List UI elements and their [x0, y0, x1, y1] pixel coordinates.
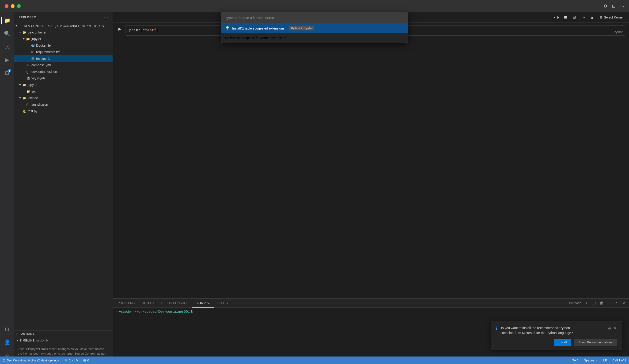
sidebar-more-icon[interactable]: ⋯ — [104, 15, 108, 20]
tab-problems[interactable]: PROBLEMS — [115, 299, 138, 308]
more-actions-button[interactable]: ⋯ — [580, 14, 587, 21]
dockerfile-icon: 🐳 — [31, 44, 36, 47]
tree-item-root[interactable]: ▼ DEV-CONTAINER001 [DEV CONTAINER: ALPIN… — [14, 22, 113, 29]
statusbar-remote[interactable]: ⊡ 0 — [80, 357, 92, 364]
toast-close-button[interactable]: ✕ — [613, 326, 617, 331]
activity-search[interactable]: 🔍 — [1, 28, 13, 40]
toast-settings-button[interactable]: ⚙ — [608, 326, 612, 331]
statusbar-cell[interactable]: Cell 1 of 1 — [610, 357, 629, 364]
tree-item-vscode[interactable]: ▼ 📂 vscode — [14, 95, 113, 101]
install-button[interactable]: Install — [554, 339, 572, 346]
clear-outputs-button[interactable]: ⊟ — [571, 14, 578, 21]
term-workspace: /workspaces/Dev-container001 — [135, 310, 190, 314]
tree-item-jupyter2[interactable]: ▼ 📂 jupyter — [14, 82, 113, 88]
select-kernel-button[interactable]: ▤ Select Kernel — [598, 14, 625, 20]
activity-account[interactable]: 👤 — [1, 336, 13, 349]
source-control-icon: ⎇ — [4, 44, 10, 50]
titlebar-actions: ⚙ ⊟ ⋯ — [604, 3, 624, 9]
maximize-dot[interactable] — [17, 4, 21, 8]
layout-icon[interactable]: ⊟ — [612, 3, 616, 9]
extensions-badge: 1 — [7, 69, 11, 73]
error-icon: ✕ — [65, 359, 67, 362]
tab-ports-label: PORTS — [217, 301, 228, 305]
ta-label: TA 0 — [573, 359, 579, 362]
statusbar-ta[interactable]: TA 0 — [570, 357, 581, 364]
kernel-item-install-badge: Python + Jupyter — [289, 26, 314, 30]
tree-label-yyy-ipynb: yyy.ipynb — [31, 76, 45, 80]
delete-cell-button[interactable]: 🗑 — [589, 14, 596, 21]
code-paren-close: ) — [156, 28, 158, 33]
tab-output[interactable]: OUTPUT — [138, 299, 157, 308]
select-kernel-modal: 💡 Install/Enable suggested extensions Py… — [221, 12, 408, 43]
terminal-actions: ⌨ bash + ⊟ 🗑 ⋯ ∧ ✕ — [569, 300, 627, 306]
outline-header[interactable]: › OUTLINE — [14, 331, 113, 337]
statusbar-dev-container[interactable]: ⊡ Dev Container: Alpine @ desktop-linux — [0, 357, 62, 364]
timeline-filename: test.ipynb — [36, 339, 48, 342]
activity-source-control[interactable]: ⎇ — [1, 41, 13, 53]
terminal-split-button[interactable]: ⊟ — [591, 300, 597, 306]
toast-text: Do you want to install the recommended '… — [499, 326, 605, 335]
tree-item-jupyter[interactable]: ▼ 📂 jupyter — [14, 36, 113, 42]
close-dot[interactable] — [5, 4, 8, 8]
activity-bar: 📁 🔍 ⎇ ▶ ⊞ 1 ⊡ 👤 ⚙ — [0, 12, 14, 364]
tree-item-devcontainer[interactable]: ▼ 📂 devcontainer — [14, 29, 113, 36]
tree-item-src[interactable]: › 📁 src — [14, 88, 113, 95]
kernel-search-input[interactable] — [221, 12, 408, 23]
more-actions-icon[interactable]: ⋯ — [620, 3, 624, 9]
tab-terminal[interactable]: TERMINAL — [192, 299, 214, 308]
tree-item-devcontainer-json[interactable]: {} devcontainer.json — [14, 68, 113, 75]
chevron-icon: ▼ — [19, 83, 22, 86]
chevron-icon: ▼ — [19, 31, 22, 34]
tab-ports[interactable]: PORTS — [214, 299, 231, 308]
toast-text-line2: extension from Microsoft for the Python … — [499, 331, 573, 335]
outline-chevron-icon: › — [16, 332, 20, 335]
minimize-dot[interactable] — [11, 4, 14, 8]
timeline-label: TIMELINE — [20, 339, 35, 342]
show-recommendations-button[interactable]: Show Recommendations — [574, 339, 617, 346]
settings-icon[interactable]: ⚙ — [604, 3, 607, 9]
tree-item-requirements[interactable]: ≡ requirements.txt — [14, 49, 113, 55]
activity-run-debug[interactable]: ▶ — [1, 54, 13, 66]
interrupt-button[interactable]: ⏹ — [562, 14, 569, 21]
statusbar-errors[interactable]: ✕ 0 ⚠ 0 — [62, 357, 80, 364]
tree-label-test-py: test.py — [28, 109, 37, 113]
json-icon: {} — [26, 103, 31, 106]
statusbar-spaces[interactable]: Spaces: 4 — [581, 357, 600, 364]
statusbar-right: TA 0 Spaces: 4 LF Cell 1 of 1 — [570, 357, 629, 364]
activity-bottom: ⊡ 👤 ⚙ — [1, 323, 13, 362]
run-all-button[interactable]: ⏵⏵ — [553, 14, 560, 21]
terminal-trash-button[interactable]: 🗑 — [599, 300, 605, 306]
tree-item-compose[interactable]: ⚙ compose.yml — [14, 62, 113, 68]
tree-item-test-py[interactable]: 🐍 test.py — [14, 108, 113, 114]
chevron-icon: ▼ — [19, 96, 22, 99]
activity-remote-explorer[interactable]: ⊡ — [1, 323, 13, 335]
cell-run-button[interactable]: ▶ — [116, 25, 123, 32]
activity-explorer[interactable]: 📁 — [1, 14, 13, 27]
tree-item-dockerfile[interactable]: 🐳 Dockerfile — [14, 42, 113, 49]
folder-icon: 📂 — [22, 96, 28, 100]
tab-debug-console[interactable]: DEBUG CONSOLE — [158, 299, 191, 308]
tree-label-vscode: vscode — [28, 96, 38, 100]
tree-label-jupyter: jupyter — [31, 37, 41, 41]
tree-item-test-ipynb[interactable]: 📓 test.ipynb — [14, 55, 113, 62]
terminal-close-button[interactable]: ✕ — [621, 300, 627, 306]
terminal-up-button[interactable]: ∧ — [614, 300, 620, 306]
statusbar-lf[interactable]: LF — [600, 357, 610, 364]
tree-item-launch-json[interactable]: {} launch.json — [14, 101, 113, 108]
warning-count: 0 — [76, 359, 78, 362]
tree-item-yyy-ipynb[interactable]: 📓 yyy.ipynb — [14, 75, 113, 82]
kernel-item-install[interactable]: 💡 Install/Enable suggested extensions Py… — [221, 23, 408, 33]
sidebar-top: ▼ DEV-CONTAINER001 [DEV CONTAINER: ALPIN… — [14, 22, 113, 364]
timeline-header[interactable]: ▼ TIMELINE test.ipynb — [14, 337, 113, 344]
tab-output-label: OUTPUT — [142, 301, 154, 305]
sidebar-title: EXPLORER — [19, 16, 36, 19]
new-terminal-button[interactable]: + — [584, 300, 590, 306]
chevron-icon: ▼ — [22, 37, 26, 40]
dev-container-label: Dev Container: Alpine @ desktop-linux — [7, 359, 59, 362]
kernel-item-browse[interactable]: Browse marketplace for kernel extensions — [221, 33, 408, 43]
terminal-more-button[interactable]: ⋯ — [606, 300, 612, 306]
tree-label-src: src — [31, 90, 36, 93]
toast-header-actions: ⚙ ✕ — [608, 326, 617, 331]
activity-extensions[interactable]: ⊞ 1 — [1, 67, 13, 79]
tree-label-devcontainer: devcontainer — [28, 30, 46, 34]
